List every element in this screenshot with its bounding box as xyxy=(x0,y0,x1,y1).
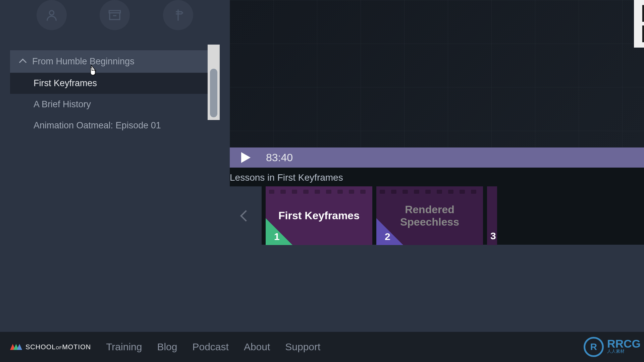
video-title-card: EK xyxy=(634,0,644,48)
footer-link-blog[interactable]: Blog xyxy=(157,341,177,353)
sidebar-item-animation-oatmeal[interactable]: Animation Oatmeal: Episode 01 xyxy=(10,115,220,136)
top-icons xyxy=(0,0,230,50)
svg-point-0 xyxy=(49,11,54,15)
footer-link-training[interactable]: Training xyxy=(106,341,142,353)
footer: SCHOOLOFMOTION Training Blog Podcast Abo… xyxy=(0,332,644,362)
chevron-left-icon xyxy=(240,210,252,222)
lesson-list: From Humble Beginnings First Keyframes A… xyxy=(10,50,220,136)
brand-logo[interactable]: SCHOOLOFMOTION xyxy=(10,343,91,351)
section-header[interactable]: From Humble Beginnings xyxy=(10,50,220,73)
watermark-logo-icon: R xyxy=(584,337,604,357)
carousel-prev-button[interactable] xyxy=(230,186,262,245)
archive-icon[interactable] xyxy=(100,0,130,30)
lessons-carousel: 1 First Keyframes 2 Rendered Speechless … xyxy=(230,186,644,245)
signpost-icon[interactable] xyxy=(163,0,193,30)
watermark-text: RRCG xyxy=(607,340,641,348)
lesson-card-3[interactable]: 3 xyxy=(487,186,497,245)
lesson-number: 2 xyxy=(376,231,390,245)
scrollbar-thumb[interactable] xyxy=(210,69,217,117)
footer-link-podcast[interactable]: Podcast xyxy=(192,341,228,353)
footer-link-about[interactable]: About xyxy=(244,341,270,353)
player-controls: 83:40 xyxy=(230,147,644,168)
lessons-label: Lessons in First Keyframes xyxy=(230,168,644,186)
video-player[interactable]: EK xyxy=(230,0,644,147)
lesson-number: 3 xyxy=(490,230,496,242)
logo-icon xyxy=(10,344,22,350)
watermark: R RRCG 人人素材 xyxy=(584,337,641,357)
lesson-number: 1 xyxy=(266,231,280,245)
section-title: From Humble Beginnings xyxy=(32,56,135,67)
main-container: From Humble Beginnings First Keyframes A… xyxy=(0,0,644,245)
profile-icon[interactable] xyxy=(37,0,67,30)
footer-link-support[interactable]: Support xyxy=(285,341,320,353)
video-timestamp: 83:40 xyxy=(260,152,293,164)
grid-overlay xyxy=(230,0,644,147)
chevron-up-icon xyxy=(19,59,27,66)
sidebar: From Humble Beginnings First Keyframes A… xyxy=(0,0,230,245)
play-icon xyxy=(241,152,251,163)
lesson-card-2[interactable]: 2 Rendered Speechless xyxy=(376,186,483,245)
lesson-card-1[interactable]: 1 First Keyframes xyxy=(266,186,372,245)
svg-rect-2 xyxy=(109,11,120,13)
play-button[interactable] xyxy=(230,147,260,168)
sidebar-item-first-keyframes[interactable]: First Keyframes xyxy=(10,73,220,94)
sidebar-item-brief-history[interactable]: A Brief History xyxy=(10,94,220,115)
content-area: EK 83:40 Lessons in First Keyframes 1 Fi… xyxy=(230,0,644,245)
